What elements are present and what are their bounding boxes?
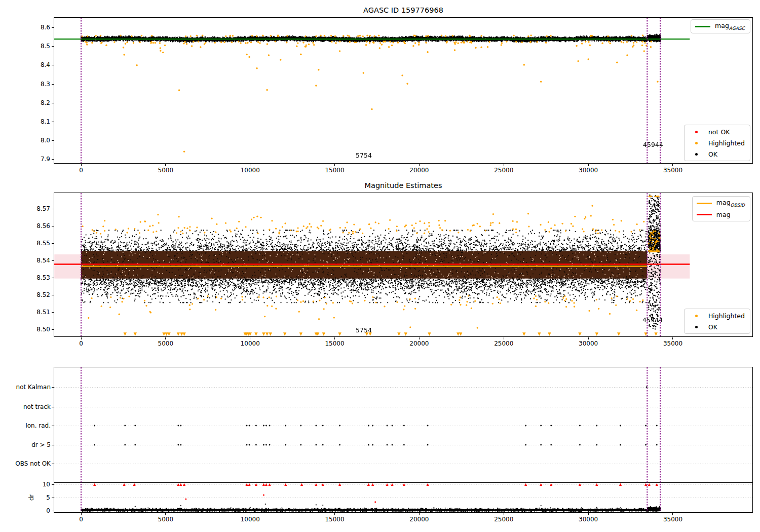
x-tick-label: 20000: [409, 516, 429, 523]
y-tick-label: 7.9: [30, 156, 50, 163]
y-tick-label: 8.51: [30, 309, 50, 316]
legend-dot-swatch: [695, 142, 698, 144]
y-tick-mark: [52, 140, 54, 141]
y-tick-mark: [52, 464, 54, 464]
y-tick-mark: [52, 312, 54, 313]
y-tick-label: 8.55: [30, 240, 50, 247]
legend-entry-label: magAGASC: [715, 22, 745, 31]
legend-dot-swatch: [695, 326, 698, 328]
flag-row-label: not track: [0, 403, 51, 410]
y-tick-mark: [52, 46, 54, 47]
legend-dot-swatch: [695, 153, 698, 156]
x-tick-label: 5000: [158, 167, 174, 174]
y-tick-label: 8.6: [30, 24, 50, 31]
legend-entry-label: OK: [708, 150, 717, 158]
legend-line-swatch: [697, 214, 712, 215]
dr-tick-label: 0: [30, 507, 50, 514]
legend-point-types-top: not OKHighlightedOK: [684, 125, 750, 161]
x-tick-label: 15000: [325, 340, 344, 347]
x-tick-mark: [165, 513, 166, 515]
legend-entry-label: OK: [708, 323, 717, 331]
y-tick-mark: [52, 27, 54, 28]
plot2-title: Magnitude Estimates: [54, 181, 753, 189]
obsid-annotation-5754-top: 5754: [356, 151, 372, 159]
y-tick-label: 8.5: [30, 43, 50, 50]
y-tick-mark: [52, 209, 54, 209]
y-tick-label: 8.54: [30, 257, 50, 264]
y-tick-label: 8.57: [30, 205, 50, 212]
y-tick-mark: [52, 122, 54, 122]
legend-point-types-mid: HighlightedOK: [684, 309, 750, 334]
x-tick-label: 25000: [494, 167, 513, 174]
legend-entry-label: not OK: [708, 128, 730, 136]
x-tick-label: 0: [79, 516, 83, 523]
y-tick-mark: [52, 226, 54, 226]
x-tick-mark: [250, 513, 250, 515]
y-tick-mark: [52, 498, 54, 498]
legend-mag-lines: magOBSIDmag: [692, 196, 750, 221]
legend-entry: Highlighted: [689, 312, 745, 320]
y-tick-mark: [52, 387, 54, 388]
x-tick-label: 30000: [579, 340, 598, 347]
y-tick-mark: [52, 445, 54, 445]
x-tick-label: 15000: [325, 516, 344, 523]
x-tick-label: 10000: [241, 167, 260, 174]
y-tick-label: 8.52: [30, 291, 50, 298]
obsid-annotation-45944-mid: 45944: [642, 316, 663, 324]
x-tick-mark: [588, 164, 589, 166]
y-tick-label: 8.0: [30, 137, 50, 144]
x-tick-label: 30000: [579, 167, 598, 174]
x-tick-label: 35000: [663, 340, 682, 347]
y-tick-label: 8.4: [30, 61, 50, 68]
y-tick-mark: [52, 295, 54, 295]
legend-entry-label: Highlighted: [708, 139, 745, 147]
flag-row-label: dr > 5: [0, 441, 51, 448]
legend-line-swatch: [695, 26, 710, 27]
legend-entry-label: mag: [716, 211, 731, 218]
y-tick-label: 8.1: [30, 118, 50, 125]
x-tick-mark: [81, 337, 82, 339]
x-tick-mark: [672, 164, 673, 166]
y-tick-mark: [52, 65, 54, 65]
x-tick-label: 25000: [494, 516, 513, 523]
x-tick-label: 5000: [158, 340, 174, 347]
legend-entry-label: Highlighted: [708, 312, 745, 320]
flags-dr-plot-canvas: [54, 367, 752, 512]
y-tick-mark: [52, 103, 54, 103]
obsid-annotation-5754-mid: 5754: [356, 326, 372, 334]
x-tick-label: 35000: [663, 516, 682, 523]
x-tick-label: 0: [79, 340, 83, 347]
y-tick-label: 8.56: [30, 222, 50, 230]
y-tick-mark: [52, 484, 54, 485]
obsid-annotation-45944-top: 45944: [643, 141, 663, 148]
flags-dr-plot: [54, 367, 753, 513]
x-tick-mark: [504, 337, 504, 339]
legend-dot-swatch: [695, 315, 698, 317]
y-tick-label: 8.2: [30, 99, 50, 106]
y-tick-mark: [52, 159, 54, 160]
figure-root: AGASC ID 159776968 Magnitude Estimates 5…: [0, 0, 760, 532]
x-tick-mark: [504, 164, 504, 166]
x-tick-mark: [250, 164, 250, 166]
y-tick-mark: [52, 511, 54, 511]
x-tick-label: 0: [79, 167, 83, 174]
x-tick-label: 25000: [494, 340, 513, 347]
x-tick-mark: [334, 513, 335, 515]
x-tick-label: 15000: [325, 167, 344, 174]
legend-entry: mag: [697, 210, 745, 218]
x-tick-label: 30000: [579, 516, 598, 523]
y-tick-mark: [52, 84, 54, 85]
legend-mag-agasc: magAGASC: [691, 19, 750, 33]
x-tick-mark: [165, 164, 166, 166]
x-tick-mark: [588, 513, 589, 515]
x-tick-mark: [81, 164, 82, 166]
dr-tick-label: 5: [30, 494, 50, 501]
magnitude-estimates-plot: [54, 193, 753, 337]
legend-line-swatch: [697, 203, 712, 204]
dr-tick-label: 10: [30, 481, 50, 488]
legend-entry: OK: [689, 150, 745, 158]
y-tick-mark: [52, 243, 54, 244]
x-tick-mark: [419, 513, 420, 515]
x-tick-mark: [672, 513, 673, 515]
legend-dot-swatch: [695, 131, 698, 133]
